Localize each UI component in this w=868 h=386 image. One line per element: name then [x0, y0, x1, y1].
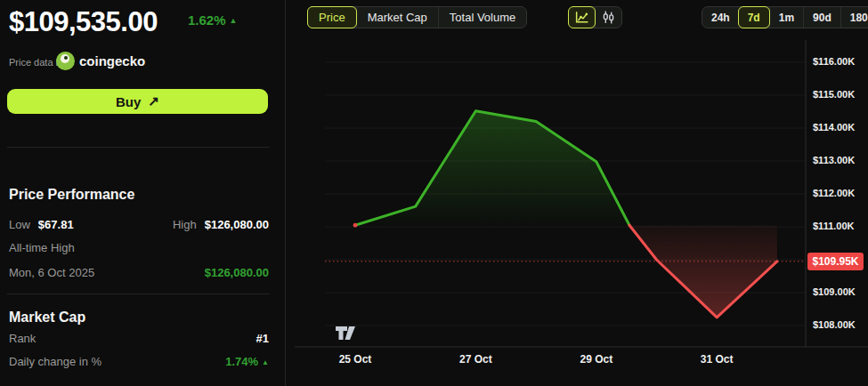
change-up-icon: ▲ [230, 16, 238, 25]
x-tick-label: 29 Oct [571, 353, 622, 366]
price-line-chart[interactable] [286, 0, 868, 386]
ath-date: Mon, 6 Oct 2025 [9, 266, 94, 279]
price-series [353, 111, 777, 318]
x-tick-label: 27 Oct [450, 353, 501, 366]
daily-change-row: Daily change in % 1.74%▲ [9, 355, 269, 368]
ath-label-row: All-time High [9, 241, 269, 254]
low-label: Low [9, 218, 30, 231]
y-tick-label: $113.00K [813, 155, 866, 165]
price-change-value: 1.62% [188, 12, 226, 28]
y-tick-label: $109.00K [813, 286, 866, 297]
high-label: High [173, 218, 197, 231]
x-tick-label: 31 Oct [691, 353, 742, 366]
summary-panel: $109,535.00 1.62%▲ Price data by coingec… [0, 0, 286, 386]
low-value: $67.81 [38, 218, 74, 231]
y-tick-label: $116.00K [813, 56, 866, 67]
external-arrow-icon: ↗ [148, 93, 159, 109]
current-price-badge: $109.95K [807, 253, 864, 270]
high-value: $126,080.00 [205, 218, 269, 231]
range-7d[interactable]: 7d [738, 6, 770, 28]
coingecko-wordmark[interactable]: coingecko [79, 53, 145, 68]
y-tick-label: $108.00K [813, 319, 866, 330]
coingecko-eye [64, 56, 68, 60]
low-high-row: Low $67.81 High $126,080.00 [9, 218, 269, 231]
y-tick-label: $115.00K [813, 89, 866, 100]
y-tick-label: $111.00K [813, 221, 866, 231]
daily-change-value: 1.74%▲ [225, 355, 269, 368]
daily-change-number: 1.74% [225, 355, 258, 368]
price-performance-title: Price Performance [9, 187, 134, 203]
ath-value-row: Mon, 6 Oct 2025 $126,080.00 [9, 266, 269, 279]
coingecko-logo-icon[interactable] [56, 52, 75, 70]
section-divider [7, 147, 270, 148]
current-price: $109,535.00 [9, 6, 158, 38]
change-up-icon: ▲ [262, 358, 269, 366]
rank-label: Rank [9, 332, 36, 345]
y-tick-label: $112.00K [813, 188, 866, 198]
rank-row: Rank #1 [9, 332, 269, 345]
section-divider [7, 294, 270, 294]
tab-price[interactable]: Price [307, 6, 357, 28]
y-tick-label: $114.00K [813, 122, 866, 133]
buy-button[interactable]: Buy ↗ [7, 89, 268, 114]
line-chart-icon[interactable] [568, 6, 596, 28]
x-tick-label: 25 Oct [329, 353, 381, 366]
chart-panel: Price Market Cap Total Volume [286, 0, 868, 386]
market-cap-title: Market Cap [9, 310, 85, 326]
buy-label: Buy [116, 94, 141, 109]
ath-label: All-time High [9, 241, 75, 254]
rank-value: #1 [256, 332, 269, 345]
price-change-percent: 1.62%▲ [188, 12, 237, 28]
daily-change-label: Daily change in % [9, 355, 101, 368]
tradingview-logo[interactable] [335, 326, 360, 341]
ath-value: $126,080.00 [205, 266, 269, 279]
